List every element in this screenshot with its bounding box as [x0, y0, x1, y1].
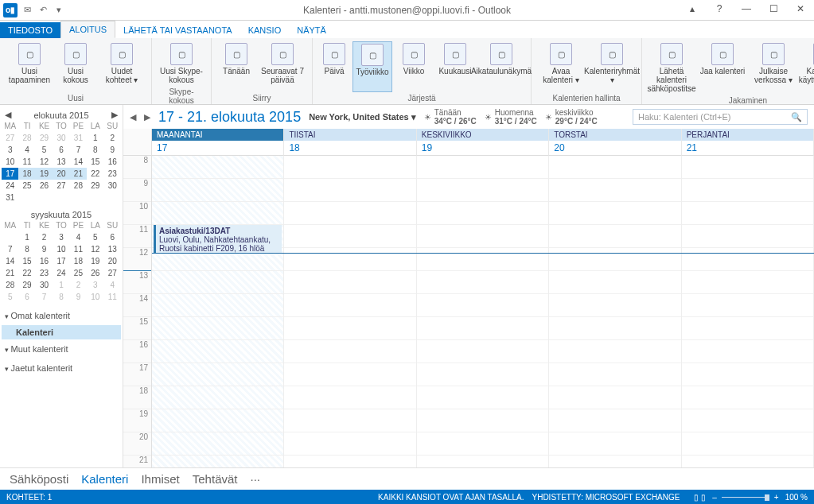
mini-cal-day[interactable]: 21 — [2, 267, 18, 279]
mini-cal-day[interactable]: 13 — [104, 243, 121, 255]
mini-cal-day[interactable]: 30 — [36, 279, 53, 291]
mini-cal-day[interactable]: 24 — [53, 267, 69, 279]
help-icon[interactable]: ? — [706, 0, 733, 17]
nav-tehtävät[interactable]: Tehtävät — [193, 472, 238, 486]
zoom-slider[interactable] — [722, 497, 769, 498]
prev-month-icon[interactable]: ◀ — [5, 110, 11, 120]
mini-cal-day[interactable]: 3 — [2, 144, 18, 156]
mini-cal-day[interactable]: 19 — [36, 168, 53, 180]
ribbon-btn-uusi-skype-kokous[interactable]: ▢Uusi Skype-kokous — [157, 41, 206, 86]
mini-cal-day[interactable]: 16 — [104, 156, 121, 168]
cal-item-kalenteri[interactable]: Kalenteri — [2, 325, 121, 339]
mini-cal-day[interactable]: 1 — [53, 279, 69, 291]
mini-cal-day[interactable]: 14 — [2, 255, 18, 267]
ribbon-btn-t-n-n[interactable]: ▢Tänään — [216, 41, 256, 92]
week-grid[interactable]: Asiakastuki/13DATLuovi, Oulu, Nahkatehta… — [152, 156, 814, 467]
mini-cal-day[interactable]: 25 — [18, 180, 35, 192]
mini-cal-day[interactable]: 27 — [53, 180, 69, 192]
mini-cal-day[interactable]: 26 — [36, 180, 53, 192]
ribbon-btn-kuukausi[interactable]: ▢Kuukausi — [435, 41, 475, 92]
mini-cal-day[interactable]: 21 — [70, 168, 87, 180]
mini-cal-day[interactable]: 23 — [104, 168, 121, 180]
view-shortcuts-icon[interactable]: ▯ ▯ — [694, 493, 706, 502]
minimize-button[interactable]: — — [733, 0, 760, 17]
mini-cal-day[interactable]: 9 — [36, 243, 53, 255]
ribbon-btn-l-het-kalenteri-s-hk-postitse[interactable]: ▢Lähetä kalenteri sähköpostitse — [647, 41, 696, 95]
mini-calendar-current[interactable]: ◀elokuuta 2015▶MATIKETOPELASU27282930311… — [2, 110, 121, 204]
mini-cal-day[interactable]: 8 — [53, 291, 69, 303]
mini-cal-day[interactable]: 26 — [87, 267, 103, 279]
day-column[interactable] — [682, 156, 814, 467]
mini-cal-day[interactable] — [53, 192, 69, 204]
mini-cal-day[interactable]: 1 — [18, 231, 35, 243]
mini-cal-day[interactable] — [36, 192, 53, 204]
ribbon-btn-jaa-kalenteri[interactable]: ▢Jaa kalenteri — [698, 41, 747, 95]
mini-cal-day[interactable]: 9 — [70, 291, 87, 303]
mini-cal-day[interactable]: 28 — [18, 132, 35, 144]
mini-cal-day[interactable]: 11 — [18, 156, 35, 168]
mini-cal-day[interactable]: 7 — [36, 291, 53, 303]
mini-cal-day[interactable]: 19 — [87, 255, 103, 267]
mini-cal-day[interactable] — [2, 231, 18, 243]
day-header[interactable]: TIISTAI18 — [284, 129, 416, 156]
mini-cal-day[interactable]: 7 — [70, 144, 87, 156]
mini-cal-day[interactable]: 25 — [70, 267, 87, 279]
zoom-out-button[interactable]: – — [712, 493, 717, 502]
weather-location[interactable]: New York, United States ▾ — [309, 112, 416, 122]
tab-tiedosto[interactable]: TIEDOSTO — [0, 22, 60, 38]
mini-cal-day[interactable]: 23 — [36, 267, 53, 279]
ribbon-toggle-icon[interactable]: ▴ — [679, 0, 706, 17]
nav-kalenteri[interactable]: Kalenteri — [81, 472, 128, 486]
ribbon-btn-p-iv-[interactable]: ▢Päivä — [317, 41, 351, 92]
mini-cal-day[interactable]: 4 — [104, 279, 121, 291]
day-header[interactable]: MAANANTAI17 — [152, 129, 284, 156]
tab-aloitus[interactable]: ALOITUS — [60, 21, 115, 38]
mini-cal-day[interactable] — [104, 192, 121, 204]
mini-cal-day[interactable]: 31 — [70, 132, 87, 144]
mini-cal-day[interactable]: 30 — [53, 132, 69, 144]
mini-cal-day[interactable]: 5 — [36, 144, 53, 156]
mini-cal-day[interactable]: 6 — [104, 231, 121, 243]
mini-cal-day[interactable]: 29 — [36, 132, 53, 144]
ribbon-btn-viikko[interactable]: ▢Viikko — [394, 41, 434, 92]
mini-cal-day[interactable]: 22 — [87, 168, 103, 180]
mini-cal-day[interactable]: 5 — [2, 291, 18, 303]
mini-cal-day[interactable] — [18, 192, 35, 204]
mini-cal-day[interactable]: 3 — [87, 279, 103, 291]
cal-group[interactable]: Muut kalenterit — [2, 339, 121, 359]
ribbon-btn-avaa-kalenteri-[interactable]: ▢Avaa kalenteri ▾ — [536, 41, 586, 92]
weather-day[interactable]: ☀keskiviikko29°C / 24°C — [545, 108, 598, 126]
close-button[interactable]: ✕ — [787, 0, 814, 17]
mini-cal-day[interactable]: 7 — [2, 243, 18, 255]
mini-cal-day[interactable]: 6 — [18, 291, 35, 303]
mini-cal-day[interactable]: 20 — [104, 255, 121, 267]
qat-dropdown-icon[interactable]: ▾ — [53, 4, 65, 17]
mini-cal-day[interactable]: 15 — [18, 255, 35, 267]
day-column[interactable] — [549, 156, 681, 467]
mini-cal-day[interactable]: 29 — [87, 180, 103, 192]
mini-cal-day[interactable]: 28 — [2, 279, 18, 291]
mini-cal-day[interactable]: 27 — [2, 132, 18, 144]
mini-cal-day[interactable] — [87, 192, 103, 204]
nav-sähköposti[interactable]: Sähköposti — [10, 472, 68, 486]
search-input[interactable]: Haku: Kalenteri (Ctrl+E) 🔍 — [633, 109, 808, 125]
mini-cal-day[interactable]: 10 — [2, 156, 18, 168]
mini-cal-day[interactable]: 2 — [70, 279, 87, 291]
mini-cal-day[interactable]: 11 — [70, 243, 87, 255]
zoom-in-button[interactable]: + — [774, 493, 779, 502]
day-header[interactable]: KESKIVIIKKO19 — [417, 129, 549, 156]
mini-cal-day[interactable]: 4 — [70, 231, 87, 243]
mini-cal-day[interactable]: 29 — [18, 279, 35, 291]
mini-cal-day[interactable]: 27 — [104, 267, 121, 279]
mini-calendar-next[interactable]: syyskuuta 2015MATIKETOPELASU123456789101… — [2, 210, 121, 303]
cal-group[interactable]: Jaetut kalenterit — [2, 359, 121, 378]
tab-n-yt-[interactable]: NÄYTÄ — [289, 22, 334, 38]
mini-cal-day[interactable]: 15 — [87, 156, 103, 168]
mini-cal-day[interactable]: 28 — [70, 180, 87, 192]
prev-week-button[interactable]: ◀ — [130, 112, 136, 122]
weather-day[interactable]: ☀Tänään34°C / 26°C — [424, 108, 477, 126]
next-week-button[interactable]: ▶ — [144, 112, 150, 122]
ribbon-btn-ty-viikko[interactable]: ▢Työviikko — [352, 41, 392, 92]
appointment[interactable]: Asiakastuki/13DATLuovi, Oulu, Nahkatehta… — [154, 225, 282, 253]
mini-cal-day[interactable]: 2 — [104, 132, 121, 144]
